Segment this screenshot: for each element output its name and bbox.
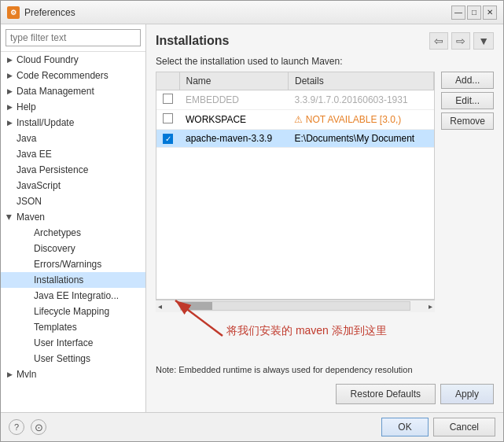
maximize-button[interactable]: □	[467, 6, 481, 20]
annotation-area: 将我们安装的 maven 添加到这里	[156, 312, 494, 359]
table-area: Name Details EMBEDDED3.3.9/1.7.0.2016060…	[156, 72, 494, 312]
row-details-apache-maven: E:\Documents\My Document	[288, 130, 433, 148]
close-button[interactable]: ✕	[483, 6, 497, 20]
tree-arrow-data-management: ▶	[6, 87, 13, 95]
search-input[interactable]	[6, 29, 141, 46]
right-panel: Installations ⇦ ⇨ ▼ Select the installat…	[146, 24, 503, 412]
tree-arrow-install-update: ▶	[6, 119, 13, 127]
sidebar-item-json[interactable]: JSON	[1, 193, 145, 209]
action-buttons: Add... Edit... Remove	[441, 72, 494, 312]
row-name-apache-maven: apache-maven-3.3.9	[179, 130, 288, 148]
help-icon[interactable]: ?	[9, 419, 24, 435]
sidebar-item-data-management[interactable]: ▶Data Management	[1, 83, 145, 99]
sidebar-item-label-user-interface: User Interface	[34, 337, 93, 348]
bottom-buttons: Restore Defaults Apply	[156, 379, 494, 404]
sidebar-item-label-templates: Templates	[34, 322, 77, 333]
tree-container: ▶Cloud Foundry▶Code Recommenders▶Data Ma…	[1, 52, 145, 382]
info-icon[interactable]: ⊙	[31, 419, 46, 435]
nav-forward-button[interactable]: ⇨	[451, 32, 470, 50]
dialog-title: Preferences	[24, 7, 75, 18]
footer-icons: ? ⊙	[9, 419, 46, 435]
col-checkbox	[156, 72, 179, 90]
title-controls: — □ ✕	[451, 6, 497, 20]
nav-back-button[interactable]: ⇦	[429, 32, 448, 50]
ok-button[interactable]: OK	[381, 418, 428, 436]
table-row[interactable]: WORKSPACE⚠ NOT AVAILABLE [3.0,)	[156, 110, 434, 130]
tree-arrow-cloud-foundry: ▶	[6, 56, 13, 64]
sidebar-item-help[interactable]: ▶Help	[1, 99, 145, 115]
sidebar-item-java-ee[interactable]: Java EE	[1, 146, 145, 162]
preferences-dialog: ⚙ Preferences — □ ✕ ▶Cloud Foundry▶Code …	[0, 0, 504, 442]
sidebar-item-label-data-management: Data Management	[17, 86, 94, 97]
edit-button[interactable]: Edit...	[441, 92, 494, 109]
sidebar-item-label-java: Java	[17, 133, 36, 144]
sidebar-item-archetypes[interactable]: Archetypes	[1, 225, 145, 241]
checkbox-apache-maven[interactable]: ✓	[163, 134, 173, 144]
minimize-button[interactable]: —	[451, 6, 465, 20]
sidebar-item-user-interface[interactable]: User Interface	[1, 335, 145, 351]
sidebar-item-lifecycle-mapping[interactable]: Lifecycle Mapping	[1, 304, 145, 319]
title-bar: ⚙ Preferences — □ ✕	[1, 1, 503, 24]
table-row[interactable]: ✓apache-maven-3.3.9E:\Documents\My Docum…	[156, 130, 434, 148]
sidebar-item-javascript[interactable]: JavaScript	[1, 178, 145, 193]
sidebar-item-label-mvln: Mvln	[17, 369, 36, 380]
sidebar-item-errors-warnings[interactable]: Errors/Warnings	[1, 256, 145, 272]
nav-dropdown-button[interactable]: ▼	[473, 32, 494, 50]
title-bar-left: ⚙ Preferences	[7, 6, 75, 19]
table-row[interactable]: EMBEDDED3.3.9/1.7.0.20160603-1931	[156, 90, 434, 110]
sidebar-item-code-recommenders[interactable]: ▶Code Recommenders	[1, 68, 145, 83]
sidebar-item-discovery[interactable]: Discovery	[1, 241, 145, 256]
sidebar-item-label-lifecycle-mapping: Lifecycle Mapping	[34, 306, 109, 317]
sidebar-item-label-errors-warnings: Errors/Warnings	[34, 259, 101, 270]
sidebar-item-label-archetypes: Archetypes	[34, 227, 81, 238]
sidebar-item-label-javascript: JavaScript	[17, 180, 61, 191]
table-container: Name Details EMBEDDED3.3.9/1.7.0.2016060…	[156, 72, 435, 300]
sidebar: ▶Cloud Foundry▶Code Recommenders▶Data Ma…	[1, 24, 146, 412]
remove-button[interactable]: Remove	[441, 112, 494, 130]
search-box	[1, 24, 145, 52]
panel-title-row: Installations ⇦ ⇨ ▼	[156, 32, 494, 50]
sidebar-item-java[interactable]: Java	[1, 131, 145, 146]
sidebar-item-mvln[interactable]: ▶Mvln	[1, 366, 145, 382]
sidebar-item-java-ee-integration[interactable]: Java EE Integratio...	[1, 288, 145, 304]
col-details: Details	[288, 72, 433, 90]
table-body: EMBEDDED3.3.9/1.7.0.20160603-1931WORKSPA…	[156, 90, 434, 148]
note-text: Note: Embedded runtime is always used fo…	[156, 359, 494, 379]
annotation-text: 将我们安装的 maven 添加到这里	[226, 324, 387, 338]
cancel-button[interactable]: Cancel	[433, 418, 495, 436]
main-content: ▶Cloud Foundry▶Code Recommenders▶Data Ma…	[1, 24, 503, 412]
tree-arrow-maven: ▶	[6, 213, 13, 221]
checkbox-embedded[interactable]	[163, 94, 173, 104]
sidebar-item-label-discovery: Discovery	[34, 243, 75, 254]
row-name-embedded: EMBEDDED	[179, 90, 288, 110]
restore-defaults-button[interactable]: Restore Defaults	[336, 384, 436, 404]
sidebar-item-install-update[interactable]: ▶Install/Update	[1, 115, 145, 131]
sidebar-item-label-json: JSON	[17, 196, 42, 207]
row-name-workspace: WORKSPACE	[179, 110, 288, 130]
sidebar-item-label-java-persistence: Java Persistence	[17, 164, 88, 175]
tree-arrow-mvln: ▶	[6, 370, 13, 378]
dialog-footer: ? ⊙ OK Cancel	[1, 412, 503, 441]
row-checkbox-workspace[interactable]	[156, 110, 179, 130]
row-details-embedded: 3.3.9/1.7.0.20160603-1931	[288, 90, 433, 110]
tree-arrow-code-recommenders: ▶	[6, 72, 13, 79]
apply-button[interactable]: Apply	[440, 384, 494, 404]
sidebar-item-user-settings[interactable]: User Settings	[1, 351, 145, 366]
sidebar-item-cloud-foundry[interactable]: ▶Cloud Foundry	[1, 52, 145, 68]
row-checkbox-apache-maven[interactable]: ✓	[156, 130, 179, 148]
checkbox-workspace[interactable]	[163, 113, 173, 123]
sidebar-item-label-help: Help	[17, 101, 36, 112]
sidebar-item-label-code-recommenders: Code Recommenders	[17, 70, 109, 81]
sidebar-item-installations[interactable]: Installations	[1, 272, 145, 288]
scroll-right-icon[interactable]: ▸	[426, 302, 435, 311]
installations-table: Name Details EMBEDDED3.3.9/1.7.0.2016060…	[156, 72, 434, 148]
sidebar-item-maven[interactable]: ▶Maven	[1, 209, 145, 225]
panel-subtitle: Select the installation used to launch M…	[156, 56, 494, 67]
sidebar-item-java-persistence[interactable]: Java Persistence	[1, 162, 145, 178]
row-checkbox-embedded[interactable]	[156, 90, 179, 110]
sidebar-item-label-java-ee-integration: Java EE Integratio...	[34, 290, 119, 301]
sidebar-item-label-java-ee: Java EE	[17, 149, 52, 160]
sidebar-item-templates[interactable]: Templates	[1, 319, 145, 335]
add-button[interactable]: Add...	[441, 72, 494, 89]
table-header-row: Name Details	[156, 72, 434, 90]
